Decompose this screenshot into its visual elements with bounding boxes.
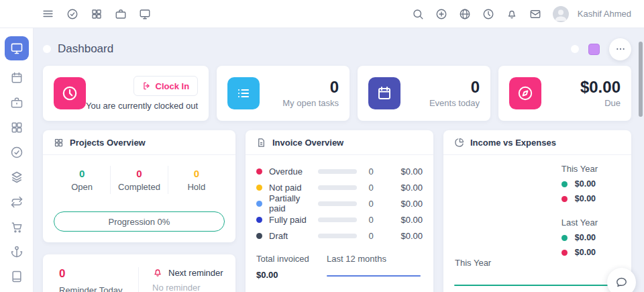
clock-in-button-label: Clock In bbox=[156, 81, 190, 91]
sidebar-item-anchor[interactable] bbox=[9, 244, 24, 259]
legend-income-row: $0.00 bbox=[561, 233, 598, 242]
sidebar-item-work[interactable] bbox=[9, 95, 24, 110]
invoice-row-fully-paid: Fully paid 0 $0.00 bbox=[256, 211, 423, 228]
invoice-progress-bar bbox=[318, 234, 357, 238]
theme-color-chip[interactable] bbox=[588, 44, 600, 55]
pie-chart-icon bbox=[454, 138, 464, 148]
legend-expense-value: $0.00 bbox=[575, 194, 596, 203]
book-icon bbox=[10, 270, 23, 283]
income-chart-line bbox=[454, 285, 623, 286]
sidebar-item-calendar[interactable] bbox=[9, 70, 24, 85]
invoice-row-label: Fully paid bbox=[269, 215, 318, 225]
sidebar-item-apps[interactable] bbox=[9, 119, 24, 135]
left-panel-column: Projects Overview 0 Open 0 Completed bbox=[43, 130, 235, 292]
sidebar-item-recurring[interactable] bbox=[9, 194, 24, 209]
page-header: Dashboard bbox=[43, 28, 631, 66]
ellipsis-icon bbox=[615, 44, 626, 54]
document-icon bbox=[256, 138, 266, 148]
next-reminder-value: No reminder bbox=[152, 283, 223, 292]
bell-icon bbox=[152, 267, 163, 278]
sidebar-item-layers[interactable] bbox=[9, 169, 24, 185]
projects-overview-title: Projects Overview bbox=[70, 138, 146, 148]
app-root: Kashif Ahmed bbox=[0, 0, 644, 292]
projects-overview-header: Projects Overview bbox=[43, 130, 235, 155]
bell-icon[interactable] bbox=[506, 8, 518, 20]
monitor-icon bbox=[10, 42, 23, 55]
invoice-row-amount: $0.00 bbox=[385, 166, 423, 177]
stat-open-label: Open bbox=[54, 182, 110, 192]
envelope-icon[interactable] bbox=[529, 8, 541, 20]
globe-icon[interactable] bbox=[459, 8, 471, 20]
clock-in-button[interactable]: Clock In bbox=[133, 76, 199, 96]
page-header-actions bbox=[571, 38, 631, 60]
invoice-sparkline-block: Last 12 months bbox=[327, 254, 421, 280]
legend-group-this-year: This Year $0.00 $0.00 bbox=[561, 164, 598, 203]
invoice-sparkline bbox=[327, 275, 421, 277]
page-title: Dashboard bbox=[58, 42, 113, 56]
clock-icon[interactable] bbox=[482, 8, 494, 20]
more-options-button[interactable] bbox=[609, 38, 631, 60]
briefcase-icon[interactable] bbox=[115, 8, 127, 20]
legend-income-row: $0.00 bbox=[561, 179, 598, 189]
invoice-row-label: Partially paid bbox=[269, 193, 318, 213]
reminders-body: 0 Reminder Today Next reminder No bbox=[43, 254, 235, 292]
sidebar bbox=[0, 28, 34, 292]
header-shortcuts bbox=[0, 7, 151, 20]
status-dot bbox=[256, 185, 262, 191]
sidebar-item-book[interactable] bbox=[9, 269, 24, 284]
sidebar-item-orders[interactable] bbox=[9, 219, 24, 234]
calendar-icon bbox=[368, 77, 400, 109]
due-card: $0.00 Due bbox=[498, 66, 631, 121]
stat-hold-value: 0 bbox=[168, 168, 225, 179]
scrollbar-thumb[interactable] bbox=[639, 42, 643, 117]
events-today-label: Events today bbox=[429, 98, 480, 108]
sidebar-item-tasks[interactable] bbox=[9, 144, 24, 160]
clock-status-text: You are currently clocked out bbox=[86, 101, 198, 111]
income-axis-label: This Year bbox=[455, 258, 491, 268]
projects-stats: 0 Open 0 Completed 0 Hold bbox=[54, 166, 225, 194]
hamburger-menu-icon[interactable] bbox=[42, 7, 54, 20]
income-legend: This Year $0.00 $0.00 Last Year bbox=[561, 164, 598, 257]
clock-in-card-right: Clock In You are currently clocked out bbox=[86, 76, 198, 111]
clock-icon bbox=[54, 77, 86, 109]
reminder-today-block: 0 Reminder Today bbox=[59, 267, 138, 292]
invoice-overview-panel: Invoice Overview Overdue 0 $0.00 Not pai… bbox=[246, 130, 433, 292]
invoice-row-count: 0 bbox=[357, 215, 385, 225]
income-vs-expenses-title: Income vs Expenses bbox=[470, 138, 556, 148]
legend-income-value: $0.00 bbox=[575, 179, 596, 189]
invoice-row-label: Not paid bbox=[269, 183, 318, 193]
sidebar-item-dashboard[interactable] bbox=[5, 36, 29, 60]
reminders-panel: 0 Reminder Today Next reminder No bbox=[43, 254, 235, 292]
check-circle-icon[interactable] bbox=[66, 8, 78, 20]
speech-bubble-icon bbox=[615, 276, 628, 289]
monitor-icon[interactable] bbox=[139, 8, 151, 20]
invoice-row-label: Draft bbox=[269, 231, 318, 241]
projects-overview-body: 0 Open 0 Completed 0 Hold bbox=[43, 155, 235, 242]
next-reminder-block: Next reminder No reminder bbox=[139, 267, 223, 292]
projects-overview-panel: Projects Overview 0 Open 0 Completed bbox=[43, 130, 235, 242]
panels-row: Projects Overview 0 Open 0 Completed bbox=[43, 130, 631, 292]
chat-button[interactable] bbox=[607, 268, 636, 292]
user-name[interactable]: Kashif Ahmed bbox=[578, 9, 631, 19]
repeat-icon bbox=[10, 195, 23, 209]
invoice-progress-bar bbox=[318, 201, 357, 206]
invoice-row-amount: $0.00 bbox=[385, 215, 423, 225]
avatar[interactable] bbox=[553, 6, 569, 22]
status-dot bbox=[256, 168, 262, 175]
progression-pill: Progression 0% bbox=[54, 211, 225, 232]
stat-completed-label: Completed bbox=[111, 182, 167, 192]
top-header: Kashif Ahmed bbox=[0, 0, 644, 28]
invoice-footer: Total invoiced $0.00 Last 12 months bbox=[256, 254, 423, 280]
invoice-overview-body: Overdue 0 $0.00 Not paid 0 $0.00 bbox=[246, 155, 433, 280]
income-vs-expenses-body: This Year $0.00 $0.00 Last Year bbox=[443, 155, 631, 292]
legend-income-value: $0.00 bbox=[575, 233, 596, 242]
reminder-today-label: Reminder Today bbox=[59, 285, 138, 292]
status-dot bbox=[256, 217, 262, 223]
events-today-value: 0 bbox=[471, 79, 480, 95]
search-icon[interactable] bbox=[412, 8, 424, 20]
expense-dot bbox=[561, 250, 568, 256]
grid-icon[interactable] bbox=[91, 8, 103, 20]
invoice-row-draft: Draft 0 $0.00 bbox=[256, 228, 423, 244]
next-reminder-label: Next reminder bbox=[168, 268, 223, 278]
plus-circle-icon[interactable] bbox=[435, 8, 447, 20]
